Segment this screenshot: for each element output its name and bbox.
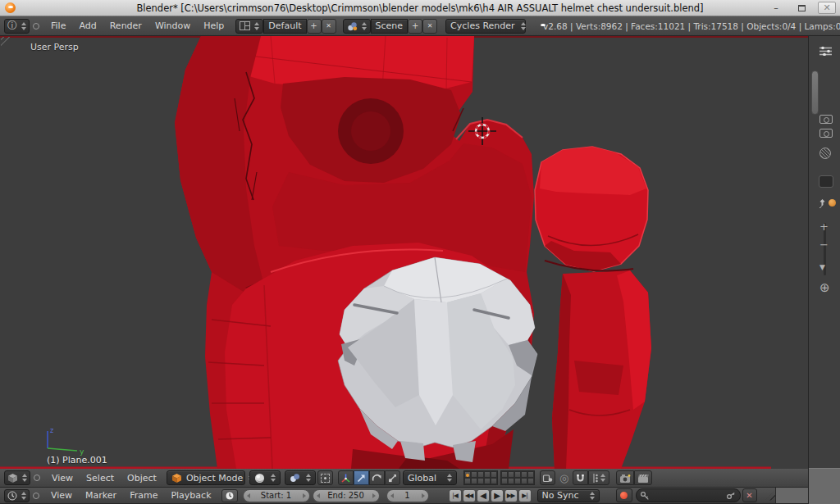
render-engine-select[interactable]: Cycles Render bbox=[445, 19, 526, 34]
menu-marker[interactable]: Marker bbox=[79, 490, 123, 501]
pivot-align-toggle[interactable] bbox=[317, 470, 333, 485]
camera-icon bbox=[619, 473, 632, 484]
model-render: z y bbox=[0, 36, 808, 469]
clock-icon bbox=[7, 491, 17, 501]
panel-scrollbar[interactable] bbox=[811, 70, 819, 115]
increment-arrow-icon[interactable] bbox=[422, 493, 425, 498]
key-icon bbox=[640, 491, 651, 501]
screen-layout-browse-button[interactable] bbox=[235, 19, 263, 34]
scene-add-button[interactable]: + bbox=[408, 19, 422, 34]
cube-icon bbox=[7, 473, 18, 484]
menu-window[interactable]: Window bbox=[148, 20, 197, 31]
interaction-mode-select[interactable]: Object Mode bbox=[167, 470, 245, 485]
layer-grid-left[interactable] bbox=[463, 470, 498, 485]
timeline-editor-type-button[interactable] bbox=[4, 489, 30, 502]
menu-file[interactable]: File bbox=[44, 20, 72, 31]
maximize-button[interactable] bbox=[792, 2, 810, 14]
current-frame-field[interactable]: 1 bbox=[386, 489, 429, 502]
keying-set-field[interactable] bbox=[636, 488, 741, 502]
panel-footer bbox=[809, 468, 840, 504]
layer-grid-right[interactable] bbox=[500, 470, 535, 485]
snap-element-select[interactable] bbox=[588, 470, 609, 485]
collapse-menus-toggle[interactable] bbox=[33, 23, 39, 30]
menu-render[interactable]: Render bbox=[103, 20, 148, 31]
decrement-arrow-icon[interactable] bbox=[317, 493, 320, 498]
viewport-shading-select[interactable] bbox=[249, 470, 281, 485]
opengl-render-anim-button[interactable] bbox=[634, 470, 652, 485]
axis-gizmo: z y bbox=[48, 427, 84, 456]
world-icon[interactable] bbox=[819, 148, 831, 159]
increment-arrow-icon[interactable] bbox=[303, 493, 306, 498]
menu-view[interactable]: View bbox=[45, 473, 80, 484]
properties-panel-strip[interactable]: + − ▼ ⊕ bbox=[808, 36, 840, 504]
increment-arrow-icon[interactable] bbox=[372, 493, 376, 498]
info-editor-type-button[interactable]: ⓘ bbox=[4, 19, 30, 34]
jump-to-start-button[interactable]: |◀ bbox=[449, 489, 462, 502]
pivot-spheres-icon bbox=[290, 473, 300, 483]
magnet-icon bbox=[575, 473, 586, 484]
area-resize-grip[interactable] bbox=[765, 491, 775, 501]
minimize-button[interactable]: – bbox=[767, 2, 785, 14]
scene-lock-toggle[interactable] bbox=[540, 470, 555, 485]
auto-keyframe-record-button[interactable] bbox=[616, 488, 632, 502]
proportional-edit-icon[interactable]: ◎ bbox=[559, 472, 568, 484]
chevron-updown-icon bbox=[271, 474, 276, 482]
screen-layout-name-field[interactable]: Default bbox=[263, 19, 306, 34]
rotate-manipulator-button[interactable] bbox=[369, 470, 385, 485]
view-name-label: User Persp bbox=[30, 42, 79, 52]
translate-manipulator-button[interactable] bbox=[354, 470, 369, 485]
sync-mode-select[interactable]: No Sync bbox=[537, 489, 600, 502]
render-camera-icon[interactable] bbox=[819, 115, 833, 124]
next-keyframe-button[interactable]: ▶▶ bbox=[504, 489, 518, 502]
menu-view[interactable]: View bbox=[44, 490, 79, 501]
use-preview-range-toggle[interactable] bbox=[221, 489, 238, 502]
play-reverse-button[interactable]: ◀ bbox=[477, 489, 490, 502]
manipulator-toggle[interactable] bbox=[338, 470, 354, 485]
menu-help[interactable]: Help bbox=[197, 20, 231, 31]
end-frame-field[interactable]: End: 250 bbox=[313, 489, 380, 502]
snap-toggle[interactable] bbox=[573, 470, 588, 485]
close-button[interactable]: ✕ bbox=[818, 2, 836, 14]
menu-add[interactable]: Add bbox=[72, 20, 103, 31]
transform-orientation-select[interactable]: Global bbox=[403, 470, 457, 485]
zoom-reset-button[interactable]: ⊕ bbox=[819, 282, 830, 294]
scene-name-field[interactable]: Scene bbox=[371, 19, 409, 34]
play-button[interactable]: ▶ bbox=[491, 489, 504, 502]
translate-arrow-icon bbox=[356, 473, 367, 484]
decrement-arrow-icon[interactable] bbox=[247, 493, 250, 498]
value-field[interactable] bbox=[819, 175, 833, 188]
jump-to-end-button[interactable]: ▶| bbox=[518, 489, 532, 502]
end-frame-value: End: 250 bbox=[327, 491, 364, 500]
layout-add-button[interactable]: + bbox=[307, 19, 322, 34]
menu-select[interactable]: Select bbox=[80, 473, 121, 484]
scene-delete-button[interactable]: ✕ bbox=[422, 19, 437, 34]
clapperboard-icon bbox=[637, 473, 650, 484]
delete-keyframe-button[interactable]: ✕ bbox=[742, 488, 757, 502]
menu-playback[interactable]: Playback bbox=[164, 490, 217, 501]
menu-frame[interactable]: Frame bbox=[123, 490, 164, 501]
view3d-editor-type-button[interactable] bbox=[4, 470, 30, 485]
scale-arrow-icon bbox=[387, 473, 398, 484]
collapse-menus-toggle[interactable] bbox=[34, 474, 40, 481]
transform-orientation-value: Global bbox=[408, 473, 436, 484]
menu-object[interactable]: Object bbox=[121, 473, 163, 484]
pin-icon[interactable] bbox=[818, 198, 827, 208]
layout-delete-button[interactable]: ✕ bbox=[322, 19, 336, 34]
pivot-point-select[interactable] bbox=[285, 470, 316, 485]
snap-increment-icon bbox=[592, 473, 599, 484]
opengl-render-button[interactable] bbox=[616, 470, 634, 485]
render-layers-icon[interactable] bbox=[819, 129, 833, 138]
expand-arrow-button[interactable]: ▼ bbox=[819, 264, 825, 271]
manipulator-axes-icon bbox=[340, 473, 351, 484]
decrement-arrow-icon[interactable] bbox=[390, 493, 394, 498]
scale-manipulator-button[interactable] bbox=[385, 470, 400, 485]
previous-keyframe-button[interactable]: ◀◀ bbox=[463, 489, 476, 502]
zoom-in-button[interactable]: + bbox=[819, 221, 829, 232]
material-sphere-icon[interactable] bbox=[829, 199, 836, 207]
zoom-out-button[interactable]: − bbox=[819, 239, 829, 250]
clock-icon bbox=[225, 491, 235, 501]
scene-browse-button[interactable] bbox=[343, 19, 371, 34]
3d-viewport[interactable]: z y User Persp (1) Plane.001 bbox=[0, 36, 808, 469]
start-frame-field[interactable]: Start: 1 bbox=[243, 489, 310, 502]
collapse-menus-toggle[interactable] bbox=[33, 493, 39, 499]
